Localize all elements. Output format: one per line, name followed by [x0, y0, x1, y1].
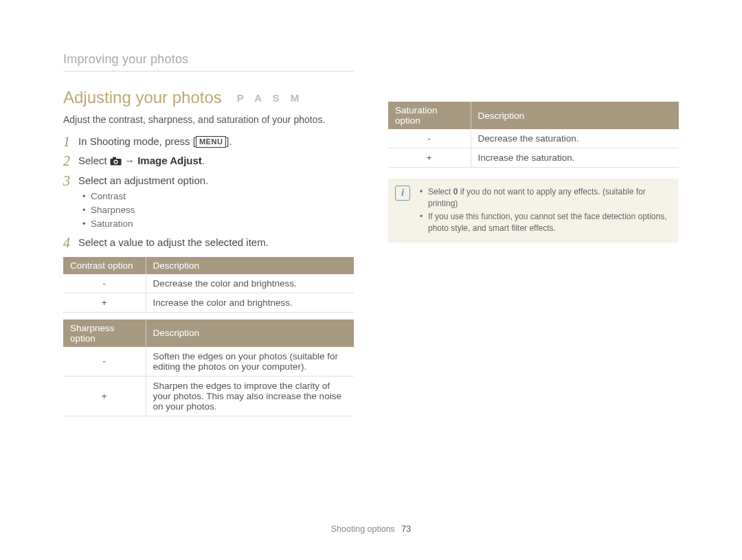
step-text: Select a value to adjust the selected it… — [78, 236, 269, 248]
divider — [63, 71, 354, 71]
page-content: Improving your photos Adjusting your pho… — [0, 0, 742, 422]
step-text: → — [122, 155, 137, 166]
option-cell: - — [388, 129, 471, 148]
option-cell: + — [63, 293, 146, 312]
menu-button-label: MENU — [196, 136, 226, 148]
table-row: + Increase the saturation. — [388, 148, 679, 168]
table-row: - Soften the edges on your photos (suita… — [63, 347, 354, 377]
note-icon: i — [395, 186, 410, 201]
step-3: Select an adjustment option. Contrast Sh… — [63, 174, 354, 231]
breadcrumb: Improving your photos — [63, 52, 354, 67]
table-row: - Decrease the saturation. — [388, 129, 679, 148]
desc-cell: Increase the saturation. — [471, 148, 679, 168]
option-contrast: Contrast — [82, 190, 354, 203]
steps-list: In Shooting mode, press [MENU]. Select →… — [63, 135, 354, 250]
desc-cell: Increase the color and brightness. — [146, 293, 354, 312]
table-header: Saturation option — [388, 102, 471, 129]
desc-cell: Sharpen the edges to improve the clarity… — [146, 376, 354, 416]
contrast-table: Contrast option Description - Decrease t… — [63, 257, 354, 313]
table-header: Description — [146, 257, 354, 274]
step-text: In Shooting mode, press [ — [78, 135, 196, 147]
desc-cell: Soften the edges on your photos (suitabl… — [146, 347, 354, 377]
left-column: Improving your photos Adjusting your pho… — [63, 52, 354, 422]
step-bold-text: Image Adjust — [137, 155, 202, 166]
page-number: 73 — [401, 524, 411, 534]
table-header: Description — [471, 102, 679, 129]
table-row: - Decrease the color and brightness. — [63, 274, 354, 293]
right-column: Saturation option Description - Decrease… — [388, 52, 679, 422]
step-1: In Shooting mode, press [MENU]. — [63, 135, 354, 148]
page-footer: Shooting options 73 — [0, 524, 742, 534]
step-text: Select an adjustment option. — [78, 175, 208, 186]
footer-section: Shooting options — [331, 524, 395, 534]
saturation-table: Saturation option Description - Decrease… — [388, 102, 679, 168]
svg-point-3 — [115, 161, 117, 164]
step-text: Select — [78, 155, 110, 166]
heading-text: Adjusting your photos — [63, 88, 222, 107]
option-sharpness: Sharpness — [82, 204, 354, 216]
intro-text: Adjust the contrast, sharpness, and satu… — [63, 114, 354, 125]
note-text: if you do not want to apply any effects.… — [428, 187, 646, 208]
option-cell: + — [63, 376, 146, 416]
option-saturation: Saturation — [82, 218, 354, 230]
note-item: If you use this function, you cannot set… — [420, 211, 669, 235]
camera-icon — [110, 157, 122, 166]
option-cell: - — [63, 347, 146, 377]
sharpness-table: Sharpness option Description - Soften th… — [63, 320, 354, 416]
table-row: + Sharpen the edges to improve the clari… — [63, 376, 354, 416]
desc-cell: Decrease the color and brightness. — [146, 274, 354, 293]
option-cell: + — [388, 148, 471, 168]
svg-rect-1 — [113, 157, 116, 159]
option-cell: - — [63, 274, 146, 293]
note-list: Select 0 if you do not want to apply any… — [420, 186, 669, 235]
desc-cell: Decrease the saturation. — [471, 129, 679, 148]
note-item: Select 0 if you do not want to apply any… — [420, 186, 669, 210]
note-text: Select — [428, 187, 453, 197]
note-box: i Select 0 if you do not want to apply a… — [388, 179, 679, 243]
table-header: Sharpness option — [63, 320, 146, 347]
page-title: Adjusting your photos P A S M — [63, 88, 354, 107]
table-row: + Increase the color and brightness. — [63, 293, 354, 312]
step-4: Select a value to adjust the selected it… — [63, 236, 354, 249]
step-2: Select → Image Adjust. — [63, 154, 354, 168]
mode-indicator: P A S M — [237, 92, 303, 104]
adjustment-options: Contrast Sharpness Saturation — [78, 190, 354, 231]
table-header: Description — [146, 320, 354, 347]
step-text: . — [202, 155, 205, 166]
step-text: ]. — [226, 135, 232, 147]
table-header: Contrast option — [63, 257, 146, 274]
